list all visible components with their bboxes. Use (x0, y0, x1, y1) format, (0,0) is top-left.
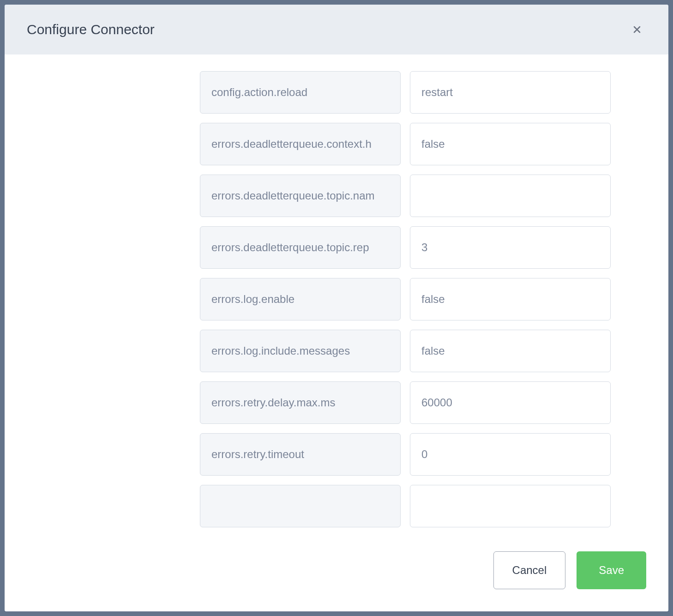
config-row: errors.deadletterqueue.context.h (200, 123, 611, 165)
close-button[interactable] (628, 20, 646, 39)
config-value-input[interactable] (410, 226, 611, 269)
configure-connector-modal: Configure Connector config.action.reload… (5, 5, 668, 611)
config-key-field[interactable]: errors.log.include.messages (200, 330, 401, 372)
config-row: errors.log.include.messages (200, 330, 611, 372)
config-key-field[interactable]: errors.deadletterqueue.topic.nam (200, 175, 401, 217)
config-row: errors.deadletterqueue.topic.nam (200, 175, 611, 217)
config-value-input[interactable] (410, 123, 611, 165)
cancel-button[interactable]: Cancel (493, 551, 566, 589)
config-value-input[interactable] (410, 433, 611, 476)
modal-header: Configure Connector (5, 5, 668, 54)
config-value-input[interactable] (410, 330, 611, 372)
config-value-input[interactable] (410, 175, 611, 217)
config-value-input[interactable] (410, 278, 611, 320)
config-row (200, 485, 611, 527)
config-row: errors.retry.timeout (200, 433, 611, 476)
modal-body[interactable]: config.action.reload errors.deadletterqu… (5, 54, 668, 529)
config-value-input[interactable] (410, 71, 611, 114)
config-key-field[interactable]: errors.retry.timeout (200, 433, 401, 476)
config-row: errors.deadletterqueue.topic.rep (200, 226, 611, 269)
modal-footer: Cancel Save (5, 529, 668, 611)
config-key-field[interactable]: errors.deadletterqueue.topic.rep (200, 226, 401, 269)
save-button[interactable]: Save (577, 551, 646, 589)
config-row: errors.log.enable (200, 278, 611, 320)
config-key-field[interactable]: errors.log.enable (200, 278, 401, 320)
config-key-field[interactable] (200, 485, 401, 527)
close-icon (631, 24, 643, 35)
config-row: errors.retry.delay.max.ms (200, 381, 611, 424)
config-form: config.action.reload errors.deadletterqu… (200, 71, 611, 527)
config-row: config.action.reload (200, 71, 611, 114)
config-value-input[interactable] (410, 381, 611, 424)
modal-title: Configure Connector (27, 22, 155, 37)
config-value-input[interactable] (410, 485, 611, 527)
config-key-field[interactable]: errors.retry.delay.max.ms (200, 381, 401, 424)
config-key-field[interactable]: errors.deadletterqueue.context.h (200, 123, 401, 165)
config-key-field[interactable]: config.action.reload (200, 71, 401, 114)
